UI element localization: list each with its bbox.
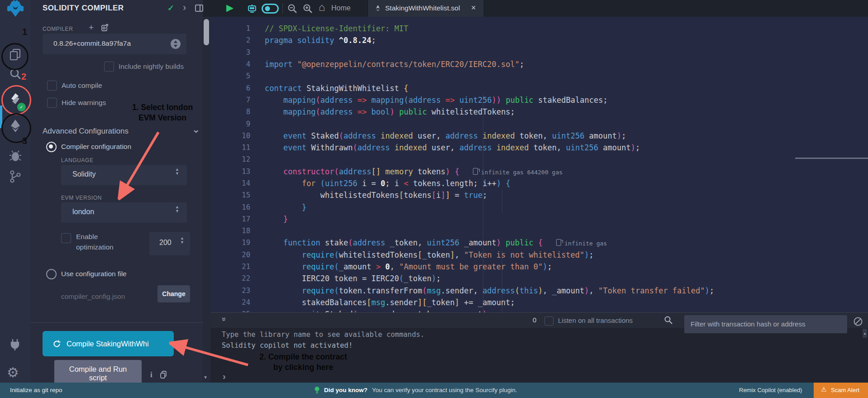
- config-file-radio[interactable]: [46, 269, 57, 279]
- language-stepper-icon: ▲▼: [175, 168, 179, 176]
- compile-run-label-2: script: [54, 374, 142, 382]
- code-line: 21 require(_amount > 0, "Amount must be …: [210, 261, 868, 273]
- code-line: 12: [210, 153, 868, 165]
- scam-alert-button[interactable]: ⚠ Scam Alert: [814, 383, 868, 398]
- toolbar-divider: [282, 3, 283, 14]
- compile-button[interactable]: Compile StakingWithWhi: [43, 331, 174, 356]
- auto-compile-label: Auto compile: [62, 82, 102, 90]
- status-bar: Initialize as git repo Did you know? You…: [0, 383, 868, 398]
- ai-copilot-icon[interactable]: [246, 3, 258, 16]
- zoom-in-icon[interactable]: [302, 3, 313, 16]
- deploy-run-icon[interactable]: [8, 118, 23, 135]
- code-line: 2pragma solidity ^0.8.24;: [210, 34, 868, 46]
- code-line: 7 mapping(address => mapping(address => …: [210, 94, 868, 106]
- panel-scrollbar-thumb[interactable]: [204, 19, 209, 45]
- plugin-manager-icon[interactable]: [8, 338, 22, 353]
- auto-compile-checkbox[interactable]: [47, 81, 57, 91]
- search-icon[interactable]: [9, 67, 22, 83]
- note1-line2: EVM Version: [121, 113, 204, 123]
- code-line: 20 require(whitelistedTokens[_token], "T…: [210, 249, 868, 261]
- code-line: 5: [210, 70, 868, 82]
- overview-ruler: [795, 158, 868, 159]
- panel-scrollbar[interactable]: [203, 17, 210, 383]
- terminal-search-icon[interactable]: [664, 316, 673, 326]
- code-line: 11 event Withdrawn(address indexed user,…: [210, 142, 868, 153]
- zoom-out-icon[interactable]: [287, 3, 298, 16]
- terminal-line: Solidity copilot not activated!: [222, 341, 353, 350]
- compiler-panel: COMPILER + 0.8.26+commit.8a97fa7a Includ…: [31, 17, 203, 383]
- git-init-status[interactable]: Initialize as git repo: [10, 387, 62, 393]
- code-line: 25 emit Staked(msg.sender, _token, _amou…: [210, 308, 868, 312]
- git-icon[interactable]: [9, 170, 22, 185]
- active-plugin-indicator: [0, 105, 2, 128]
- transaction-filter-input[interactable]: Filter with transaction hash or address: [684, 315, 847, 333]
- copy-icon[interactable]: [159, 370, 167, 380]
- evm-version-value: london: [72, 208, 94, 216]
- panel-header: SOLIDITY COMPILER ✓ ›: [31, 0, 203, 17]
- advanced-config-chevron-icon[interactable]: ⌄: [192, 124, 200, 135]
- code-line: 24 stakedBalances[msg.sender][_token] +=…: [210, 297, 868, 308]
- tab-stakingwithwhitelist[interactable]: StakingWithWhitelist.sol ×: [367, 0, 484, 17]
- clear-console-icon[interactable]: [853, 316, 863, 329]
- hide-warnings-checkbox[interactable]: [47, 98, 57, 108]
- debugger-icon[interactable]: [9, 149, 22, 164]
- warning-icon: ⚠: [821, 386, 827, 393]
- code-line: 13 constructor(address[] memory tokens) …: [210, 166, 868, 177]
- run-script-button[interactable]: ▶: [226, 2, 234, 13]
- config-file-label: Use configuration file: [61, 270, 127, 278]
- note2-line1: 2. Compile the contract: [242, 352, 364, 362]
- code-line: 8 mapping(address => bool) public whitel…: [210, 106, 868, 118]
- hide-warnings-label: Hide warnings: [62, 99, 106, 107]
- listen-transactions-checkbox[interactable]: [544, 316, 553, 326]
- evm-version-select[interactable]: london ▲▼: [61, 202, 187, 223]
- advanced-config-title[interactable]: Advanced Configurations: [43, 127, 129, 136]
- add-compiler-icon[interactable]: +: [89, 23, 94, 33]
- listen-transactions-label: Listen on all transactions: [558, 316, 633, 324]
- pin-panel-icon[interactable]: [195, 4, 204, 14]
- home-icon[interactable]: ⌂: [319, 1, 325, 14]
- panel-forward-icon[interactable]: ›: [183, 2, 186, 14]
- version-stepper-icon[interactable]: [170, 38, 181, 51]
- annotation-number-1: 1: [22, 27, 27, 37]
- evm-stepper-icon: ▲▼: [175, 205, 179, 213]
- annotation-note-1: 1. Select london EVM Version: [121, 102, 204, 123]
- change-config-button[interactable]: Change: [157, 285, 190, 302]
- open-file-icon[interactable]: [100, 24, 109, 34]
- terminal-scrollbar[interactable]: ▴: [863, 329, 867, 338]
- code-line: 6contract StakingWithWhitelist {: [210, 82, 868, 94]
- file-explorer-icon[interactable]: [8, 48, 23, 64]
- tip-text: You can verify your contract using the S…: [372, 387, 517, 393]
- scam-alert-label: Scam Alert: [831, 387, 859, 393]
- compiler-config-radio[interactable]: [46, 142, 57, 152]
- compile-button-label: Compile StakingWithWhi: [67, 340, 149, 348]
- compile-success-icon: ✓: [167, 3, 174, 13]
- copilot-toggle[interactable]: [262, 4, 279, 15]
- annotation-number-3: 3: [22, 136, 27, 146]
- code-editor[interactable]: 1// SPDX-License-Identifier: MIT2pragma …: [210, 17, 868, 312]
- terminal-prompt[interactable]: ›: [223, 371, 226, 382]
- home-tab-label[interactable]: Home: [331, 4, 351, 12]
- optimization-checkbox[interactable]: [61, 233, 71, 243]
- compiler-version-select[interactable]: 0.8.26+commit.8a97fa7a: [43, 34, 186, 54]
- annotation-number-2: 2: [21, 72, 26, 82]
- scrollbar-down-icon[interactable]: ▾: [204, 374, 207, 380]
- settings-gear-icon[interactable]: ⚙: [7, 364, 19, 380]
- lightbulb-icon: [314, 386, 320, 396]
- compiler-version-value: 0.8.26+commit.8a97fa7a: [53, 39, 131, 48]
- optimization-runs-input[interactable]: 200 ▲▼: [149, 232, 190, 255]
- remix-logo-area[interactable]: [0, 0, 31, 17]
- tab-label: StakingWithWhitelist.sol: [385, 4, 460, 12]
- info-icon[interactable]: i: [150, 370, 153, 379]
- code-line: 15 whitelistedTokens[tokens[i]] = true;: [210, 189, 868, 201]
- code-lines: 1// SPDX-License-Identifier: MIT2pragma …: [210, 23, 868, 312]
- collapse-terminal-icon[interactable]: »: [219, 317, 229, 321]
- evm-version-label: EVM VERSION: [61, 195, 102, 201]
- panel-divider: [31, 322, 203, 323]
- close-tab-icon[interactable]: ×: [471, 3, 476, 13]
- copilot-status[interactable]: Remix Copilot (enabled): [739, 387, 802, 393]
- annotation-note-2: 2. Compile the contract by clicking here: [242, 352, 364, 373]
- refresh-icon: [52, 340, 61, 348]
- nightly-builds-label: Include nightly builds: [119, 62, 184, 71]
- language-select[interactable]: Solidity ▲▼: [61, 165, 187, 185]
- nightly-builds-checkbox[interactable]: [104, 62, 114, 72]
